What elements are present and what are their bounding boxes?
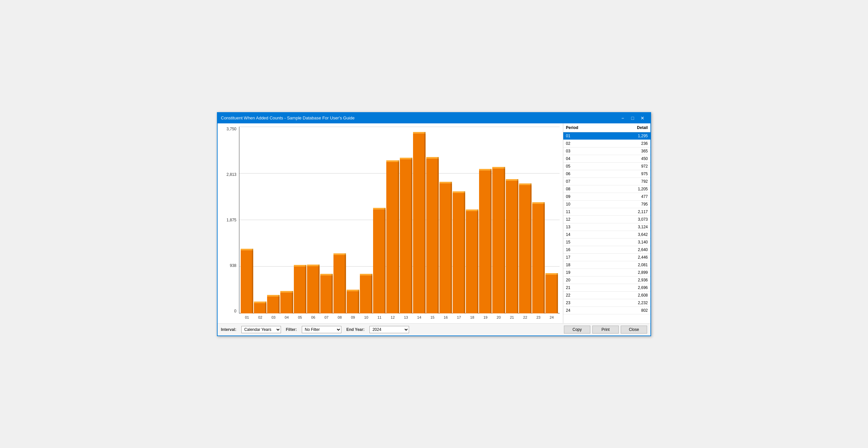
- panel-table[interactable]: Period Detail 011,2950223603365044500597…: [563, 124, 650, 323]
- table-row[interactable]: 081,205: [563, 185, 650, 193]
- col-detail-header: Detail: [609, 124, 650, 132]
- detail-cell: 3,073: [609, 215, 650, 223]
- table-row[interactable]: 153,140: [563, 238, 650, 246]
- bar-03[interactable]: [267, 295, 280, 313]
- window-controls: − □ ✕: [618, 115, 647, 122]
- x-axis: 0102030405060708091011121314151617181920…: [239, 313, 560, 322]
- table-row[interactable]: 07792: [563, 177, 650, 185]
- y-label-0: 0: [234, 309, 237, 313]
- y-label-938: 938: [230, 263, 237, 268]
- bar-01[interactable]: [241, 249, 253, 313]
- table-row[interactable]: 09477: [563, 193, 650, 200]
- bar-08[interactable]: [334, 253, 346, 313]
- bar-14[interactable]: [413, 132, 426, 313]
- x-label-12: 12: [386, 315, 399, 319]
- bar-17[interactable]: [453, 191, 465, 313]
- period-cell: 05: [563, 162, 609, 170]
- bar-wrapper-18: [466, 127, 478, 313]
- table-row[interactable]: 212,696: [563, 284, 650, 291]
- bar-19[interactable]: [479, 169, 492, 313]
- bar-23[interactable]: [532, 202, 545, 313]
- bar-05[interactable]: [294, 265, 306, 313]
- table-row[interactable]: 143,642: [563, 231, 650, 238]
- window-close-button[interactable]: ✕: [638, 115, 647, 122]
- x-label-15: 15: [426, 315, 439, 319]
- bar-10[interactable]: [360, 274, 372, 313]
- end-year-select-wrapper[interactable]: 2024: [369, 326, 409, 333]
- table-row[interactable]: 232,232: [563, 299, 650, 307]
- period-cell: 10: [563, 200, 609, 208]
- bar-11[interactable]: [373, 208, 385, 313]
- bar-wrapper-16: [439, 127, 452, 313]
- bar-21[interactable]: [506, 179, 518, 313]
- bar-24[interactable]: [546, 273, 558, 313]
- period-cell: 11: [563, 208, 609, 215]
- detail-cell: 2,696: [609, 284, 650, 291]
- bar-wrapper-23: [532, 127, 545, 313]
- table-row[interactable]: 05972: [563, 162, 650, 170]
- bar-20[interactable]: [492, 167, 505, 313]
- table-row[interactable]: 192,899: [563, 269, 650, 276]
- bar-16[interactable]: [439, 182, 452, 313]
- period-cell: 15: [563, 238, 609, 246]
- table-row[interactable]: 112,117: [563, 208, 650, 215]
- x-label-20: 20: [492, 315, 505, 319]
- minimize-button[interactable]: −: [618, 115, 627, 122]
- close-button[interactable]: Close: [621, 325, 647, 334]
- table-row[interactable]: 02236: [563, 140, 650, 147]
- bar-18[interactable]: [466, 209, 478, 313]
- x-label-23: 23: [532, 315, 545, 319]
- table-row[interactable]: 03365: [563, 147, 650, 155]
- interval-select-wrapper[interactable]: Calendar Years: [241, 326, 281, 333]
- bar-wrapper-20: [492, 127, 505, 313]
- bar-13[interactable]: [400, 158, 412, 313]
- table-row[interactable]: 202,936: [563, 276, 650, 284]
- print-button[interactable]: Print: [592, 325, 619, 334]
- period-cell: 14: [563, 231, 609, 238]
- bar-wrapper-11: [373, 127, 385, 313]
- period-cell: 22: [563, 291, 609, 299]
- table-row[interactable]: 222,608: [563, 291, 650, 299]
- detail-cell: 450: [609, 155, 650, 162]
- table-row[interactable]: 04450: [563, 155, 650, 162]
- window-title: Constituent When Added Counts - Sample D…: [221, 115, 354, 120]
- period-cell: 23: [563, 299, 609, 307]
- table-row[interactable]: 123,073: [563, 215, 650, 223]
- copy-button[interactable]: Copy: [564, 325, 590, 334]
- bar-02[interactable]: [254, 302, 267, 313]
- filter-select-wrapper[interactable]: No Filter: [302, 326, 341, 333]
- filter-select[interactable]: No Filter: [302, 326, 341, 333]
- period-cell: 09: [563, 193, 609, 200]
- table-row[interactable]: 172,446: [563, 253, 650, 261]
- interval-select[interactable]: Calendar Years: [241, 326, 281, 333]
- table-row[interactable]: 06975: [563, 170, 650, 177]
- table-row[interactable]: 24802: [563, 307, 650, 314]
- detail-cell: 1,295: [609, 132, 650, 140]
- maximize-button[interactable]: □: [628, 115, 637, 122]
- bar-wrapper-07: [320, 127, 333, 313]
- period-cell: 08: [563, 185, 609, 193]
- bar-09[interactable]: [347, 290, 359, 313]
- detail-cell: 3,642: [609, 231, 650, 238]
- period-cell: 04: [563, 155, 609, 162]
- chart-plot: 0102030405060708091011121314151617181920…: [239, 127, 560, 322]
- bar-wrapper-09: [347, 127, 359, 313]
- bar-07[interactable]: [320, 274, 333, 313]
- table-row[interactable]: 182,081: [563, 261, 650, 269]
- table-row[interactable]: 011,295: [563, 132, 650, 140]
- bar-12[interactable]: [386, 160, 399, 313]
- bar-15[interactable]: [426, 157, 439, 313]
- y-label-1875: 1,875: [226, 218, 237, 222]
- table-row[interactable]: 10795: [563, 200, 650, 208]
- bar-22[interactable]: [519, 183, 532, 313]
- x-label-16: 16: [439, 315, 452, 319]
- detail-cell: 2,232: [609, 299, 650, 307]
- end-year-select[interactable]: 2024: [369, 326, 409, 333]
- main-content: 3,750 2,813 1,875 938 0: [218, 124, 650, 323]
- bar-04[interactable]: [280, 291, 293, 313]
- bar-06[interactable]: [307, 265, 319, 313]
- detail-cell: 972: [609, 162, 650, 170]
- title-bar: Constituent When Added Counts - Sample D…: [218, 113, 650, 124]
- table-row[interactable]: 133,124: [563, 223, 650, 231]
- table-row[interactable]: 162,640: [563, 246, 650, 253]
